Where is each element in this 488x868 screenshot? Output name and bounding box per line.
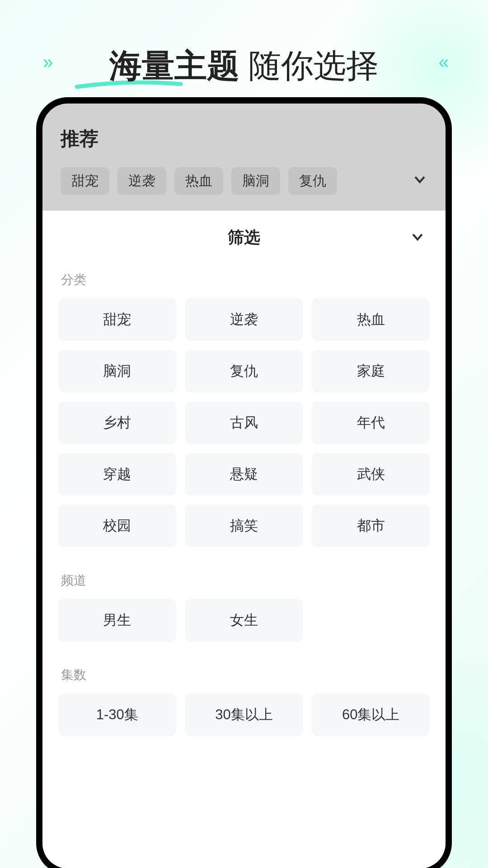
tag-chip[interactable]: 热血 [174,167,223,195]
filter-chip[interactable]: 武侠 [312,453,430,495]
tag-chip[interactable]: 脑洞 [231,167,280,195]
section-label-category: 分类 [58,271,430,288]
filter-panel: 筛选 分类 甜宠 逆袭 热血 脑洞 复仇 家庭 乡村 古风 年代 穿越 悬疑 [42,211,446,868]
phone-screen: 推荐 甜宠 逆袭 热血 脑洞 复仇 筛选 [42,104,446,868]
filter-chip[interactable]: 家庭 [312,350,430,392]
collapse-filter-button[interactable] [410,229,425,246]
tag-chip[interactable]: 复仇 [288,167,337,195]
filter-chip[interactable]: 乡村 [58,401,176,444]
filter-chip[interactable]: 悬疑 [185,453,303,495]
tag-chip[interactable]: 甜宠 [61,167,109,195]
filter-title: 筛选 [228,226,260,249]
filter-chip[interactable]: 复仇 [185,350,303,392]
channel-grid: 男生 女生 [58,599,430,642]
filter-chip[interactable]: 穿越 [58,453,176,495]
filter-chip[interactable]: 1-30集 [58,693,176,736]
filter-chip[interactable]: 热血 [312,298,430,341]
expand-tags-button[interactable] [412,172,427,190]
tag-row: 甜宠 逆袭 热血 脑洞 复仇 [42,167,446,195]
filter-chip[interactable]: 60集以上 [312,693,430,736]
headline-light: 随你选择 [239,47,379,84]
filter-chip[interactable]: 都市 [312,505,430,547]
filter-chip[interactable]: 女生 [185,599,303,642]
filter-header: 筛选 [58,226,430,249]
filter-chip[interactable]: 男生 [58,599,176,642]
headline-bold: 海量主题 [109,47,239,84]
filter-chip[interactable]: 甜宠 [58,298,176,341]
filter-chip[interactable]: 逆袭 [185,298,303,341]
dimmed-background-section: 推荐 甜宠 逆袭 热血 脑洞 复仇 [42,104,446,211]
filter-chip[interactable]: 搞笑 [185,505,303,547]
episodes-grid: 1-30集 30集以上 60集以上 [58,693,430,736]
page-title: 推荐 [42,126,446,151]
section-label-episodes: 集数 [58,666,430,684]
chevron-down-icon [410,229,425,245]
filter-chip[interactable]: 古风 [185,401,303,444]
tag-chip[interactable]: 逆袭 [117,167,166,195]
filter-chip[interactable]: 年代 [312,401,430,444]
filter-chip[interactable]: 校园 [58,505,176,547]
chevron-down-icon [412,172,427,187]
filter-chip[interactable]: 脑洞 [58,350,176,392]
headline: 海量主题 随你选择 [0,44,488,88]
section-label-channel: 频道 [58,572,430,589]
phone-frame: 推荐 甜宠 逆袭 热血 脑洞 复仇 筛选 [36,97,452,868]
filter-chip[interactable]: 30集以上 [185,693,303,736]
category-grid: 甜宠 逆袭 热血 脑洞 复仇 家庭 乡村 古风 年代 穿越 悬疑 武侠 校园 搞… [58,298,430,547]
